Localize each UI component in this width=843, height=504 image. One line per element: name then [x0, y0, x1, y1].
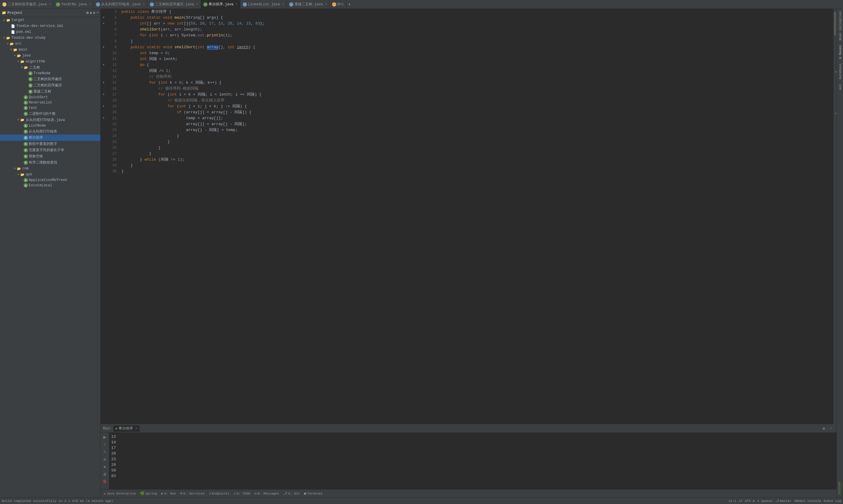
sidebar-item-binary[interactable]: C 二进制中1的个数	[0, 111, 100, 117]
panel-leicode[interactable]: leicode	[837, 479, 842, 498]
tab-close[interactable]: ×	[325, 3, 327, 6]
fold-arrow[interactable]: ▼	[103, 46, 104, 49]
indent[interactable]: 4 spaces	[757, 499, 773, 503]
sidebar-item-maxsubstr[interactable]: C 无重复字符的最长子串	[0, 147, 100, 153]
tab-more-button[interactable]: ▾	[346, 2, 352, 7]
sidebar-item-apprefresh[interactable]: C ApplicationRefresh	[0, 178, 100, 183]
run-delete-button[interactable]: 🗑	[102, 478, 108, 485]
sidebar-item-com[interactable]: ▼ 📂 com	[0, 166, 100, 172]
run-rerun-button[interactable]: ↑	[102, 441, 108, 448]
panel-bean-validation[interactable]: Bean Validation	[837, 9, 843, 43]
scrollbar-thumb[interactable]	[834, 12, 836, 36]
sidebar-item-dupnum[interactable]: C 数组中重复的数字	[0, 141, 100, 147]
run-minimize-button[interactable]: −	[828, 425, 834, 432]
sidebar-item-foodie-study[interactable]: ▼ 📂 foodie-dev-study	[0, 35, 100, 41]
sidebar-item-sortmatrix[interactable]: C 有序二维数组查找	[0, 159, 100, 166]
event-log[interactable]: Event Log	[824, 499, 841, 503]
project-icon-layout[interactable]: ⊞	[86, 11, 88, 15]
sidebar-item-java[interactable]: ▼ 📂 java	[0, 53, 100, 58]
fold-arrow[interactable]: ▼	[103, 105, 104, 108]
services-icon: ⚙	[180, 491, 182, 496]
jrebel-console[interactable]: JRebel Console	[794, 499, 821, 503]
tab-printchain[interactable]: 从头到尾打印链表.java ×	[93, 0, 147, 8]
sidebar-item-src[interactable]: ▼ 📂 src	[0, 41, 100, 47]
tab-yesorno[interactable]: YesOrNo.java ×	[54, 0, 93, 8]
gutter-line: ▼	[101, 44, 107, 50]
sidebar-item-treenode[interactable]: C TreeNode	[0, 71, 100, 76]
fold-arrow[interactable]: ▼	[103, 81, 104, 84]
tab-bintree-preorder[interactable]: 二叉树的前序遍历.java ×	[0, 0, 54, 8]
sidebar-item-printchain-class[interactable]: C 从头到尾打印链表	[0, 128, 100, 134]
run-action1-button[interactable]: ⊟	[102, 456, 108, 463]
fold-arrow[interactable]: ▼	[103, 22, 104, 25]
code-editor[interactable]: ▼ ▼ ▼ ▼ ▼ ▼ ▼ ▼	[101, 9, 837, 424]
run-tab[interactable]: ▶ 希尔排序 ×	[113, 425, 140, 432]
panel-database[interactable]: Database	[837, 61, 843, 82]
sidebar-item-bintree[interactable]: ▼ 📂 二叉树	[0, 65, 100, 71]
editor-scrollbar[interactable]	[833, 9, 837, 424]
git-branch[interactable]: ⎇ master	[775, 499, 792, 503]
sidebar-item-levelorder[interactable]: C 二叉树的层序遍历	[0, 82, 100, 88]
sidebar-item-preorder[interactable]: C 二叉树的前序遍历	[0, 76, 100, 82]
sidebar-item-replace[interactable]: C 替换空格	[0, 153, 100, 159]
sidebar-item-listnode[interactable]: C ListNode	[0, 123, 100, 128]
run-stop-button[interactable]: ■	[102, 449, 108, 455]
tab-hillsort[interactable]: 希尔排序.java ×	[201, 0, 240, 8]
sidebar-item-algorithm[interactable]: ▼ 📂 algorithm	[0, 58, 100, 65]
tab-linkedlist[interactable]: LinkedList.java ×	[240, 0, 287, 8]
fold-arrow[interactable]: ▼	[103, 93, 104, 96]
run-tab-close[interactable]: ×	[135, 427, 137, 430]
fold-arrow[interactable]: ▼	[103, 117, 104, 120]
tool-git[interactable]: ⎇ 9: Git	[281, 490, 302, 497]
fold-arrow[interactable]: ▼	[103, 64, 104, 67]
tab-rebuild[interactable]: 重建二叉树.java ×	[287, 0, 330, 8]
tab-close[interactable]: ×	[143, 3, 144, 6]
run-settings-button[interactable]: ⚙	[821, 425, 827, 432]
sidebar-item-hillsort[interactable]: C 希尔排序	[0, 134, 100, 141]
java-class-icon: C	[24, 178, 28, 182]
panel-maven[interactable]: m Maven	[837, 43, 843, 61]
run-print-button[interactable]: 🖨	[102, 471, 108, 478]
tool-todo[interactable]: ☑ 6: TODO	[232, 490, 252, 497]
project-icon-minimize[interactable]: −	[96, 11, 99, 15]
git-icon: ⎇	[283, 491, 287, 496]
tool-endpoints[interactable]: ⚓ Endpoints	[207, 490, 231, 497]
tool-terminal[interactable]: ▣ Terminal	[302, 490, 324, 497]
tab-close[interactable]: ×	[89, 3, 91, 6]
tab-orc[interactable]: Orc	[330, 0, 347, 8]
tab-levelorder[interactable]: 二叉树的层序遍历.java ×	[147, 0, 201, 8]
panel-ant[interactable]: Ant	[837, 82, 843, 92]
tool-messages[interactable]: ✉ 0: Messages	[253, 490, 281, 497]
tool-java-enterprise[interactable]: ☕ Java Enterprise	[102, 490, 138, 497]
sidebar-item-quicksort[interactable]: C QuickSort	[0, 95, 100, 100]
project-icon-settings[interactable]: ⚙	[93, 11, 95, 15]
sidebar-item-printchain-pkg[interactable]: ▼ 📂 从头到尾打印链表.java	[0, 117, 100, 123]
encoding[interactable]: UTF-8	[745, 499, 755, 503]
sidebar-item-main[interactable]: ▼ 📂 main	[0, 47, 100, 53]
tree-arrow: ▼	[10, 48, 13, 52]
run-play-button[interactable]: ▶	[102, 434, 108, 440]
line-separator[interactable]: LF	[739, 499, 743, 503]
tab-close[interactable]: ×	[282, 3, 284, 6]
tab-close[interactable]: ×	[196, 3, 198, 6]
sidebar-item-target[interactable]: ▶ 📁 target	[0, 17, 100, 23]
sidebar-item-iml[interactable]: 📄 foodie-dev-service.iml	[0, 23, 100, 29]
line-num: 9	[107, 44, 117, 50]
tool-run[interactable]: ▶ 4: Run	[160, 490, 178, 497]
sidebar-item-reverselist[interactable]: C ReverseList	[0, 100, 100, 105]
tab-close[interactable]: ×	[49, 3, 51, 6]
sidebar-item-test[interactable]: C test	[0, 105, 100, 111]
sidebar-item-excutelocal[interactable]: C ExcuteLocal	[0, 183, 100, 188]
tool-services[interactable]: ⚙ 8: Services	[178, 490, 207, 497]
tab-close[interactable]: ×	[236, 3, 238, 6]
sidebar-item-qyk[interactable]: ▼ 📂 qyk	[0, 172, 100, 178]
fold-arrow[interactable]: ▼	[103, 16, 104, 19]
sidebar-item-rebuild[interactable]: C 重建二叉树	[0, 88, 100, 95]
tool-spring[interactable]: 🌿 Spring	[138, 490, 159, 497]
gutter-line: ▼	[101, 92, 107, 97]
cursor-position[interactable]: 12:1	[728, 499, 736, 503]
sidebar-item-pom[interactable]: 📄 pom.xml	[0, 29, 100, 35]
code-content[interactable]: public class 希尔排序 { public static void m…	[119, 9, 833, 424]
run-action2-button[interactable]: ⊞	[102, 464, 108, 470]
project-icon-split[interactable]: ⇅	[90, 11, 92, 15]
